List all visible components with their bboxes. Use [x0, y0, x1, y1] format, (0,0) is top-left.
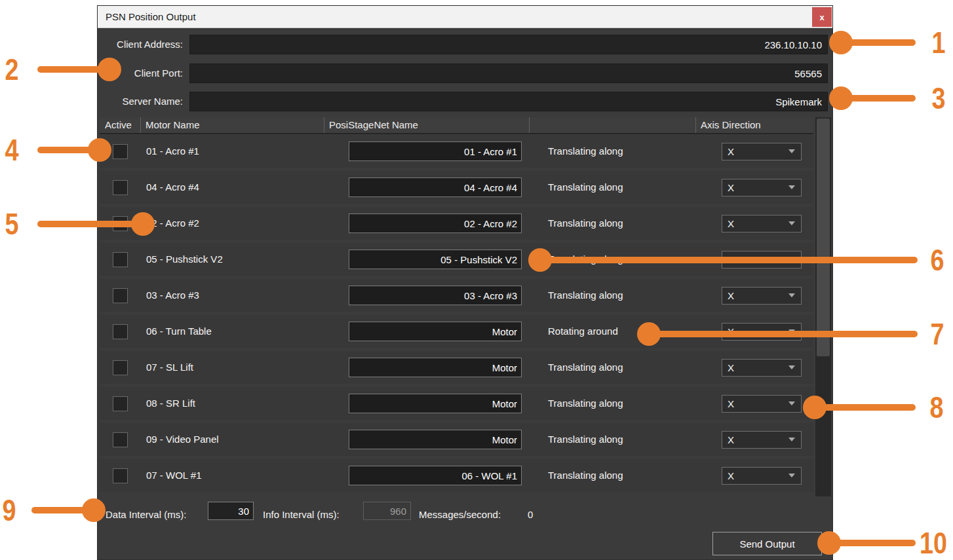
motion-type-label: Translating along: [548, 181, 623, 193]
vertical-scrollbar[interactable]: [815, 117, 831, 496]
axis-direction-select[interactable]: X: [722, 287, 802, 305]
axis-direction-select[interactable]: X: [722, 359, 802, 377]
active-checkbox[interactable]: [113, 288, 128, 303]
chevron-down-icon: [788, 149, 795, 153]
send-output-button[interactable]: Send Output: [712, 532, 822, 555]
info-interval-input[interactable]: [363, 502, 411, 520]
callout-1-dot: [829, 31, 853, 54]
motion-type-label: Rotating around: [548, 326, 618, 337]
callout-5-line: [37, 221, 143, 227]
chevron-down-icon: [788, 365, 795, 369]
motor-name-label: 04 - Acro #4: [146, 181, 199, 193]
motor-name-label: 01 - Acro #1: [146, 145, 199, 157]
active-checkbox[interactable]: [113, 432, 128, 447]
title-bar[interactable]: PSN Position Output x: [98, 6, 832, 28]
scrollbar-thumb[interactable]: [817, 119, 830, 356]
motion-type-label: Translating along: [548, 289, 623, 301]
axis-direction-value: X: [722, 182, 788, 193]
callout-3-number: 3: [932, 83, 946, 113]
axis-direction-select[interactable]: X: [722, 431, 802, 449]
callout-5-number: 5: [5, 209, 19, 239]
psn-name-input[interactable]: [349, 250, 522, 269]
client-address-input[interactable]: [189, 35, 828, 54]
callout-1-number: 1: [932, 28, 946, 58]
callout-9-number: 9: [3, 495, 16, 525]
table-row: 02 - Acro #2 Translating along X: [100, 207, 813, 240]
axis-direction-select[interactable]: X: [722, 179, 802, 196]
client-port-row: Client Port:: [98, 64, 832, 83]
active-checkbox[interactable]: [113, 324, 128, 339]
motion-type-label: Translating along: [548, 217, 623, 229]
axis-direction-value: X: [722, 146, 788, 157]
column-header-axis-direction: Axis Direction: [695, 117, 813, 133]
axis-direction-value: X: [722, 434, 788, 445]
table-row: 07 - WOL #1 Translating along X: [100, 459, 813, 492]
column-header-blank: [529, 117, 695, 133]
motion-type-label: Translating along: [548, 145, 623, 157]
motor-name-label: 09 - Video Panel: [146, 434, 219, 445]
psn-name-input[interactable]: [349, 466, 522, 485]
table-row: 01 - Acro #1 Translating along X: [100, 135, 813, 168]
psn-name-input[interactable]: [349, 141, 522, 161]
callout-8-line: [815, 404, 916, 411]
motion-type-label: Translating along: [548, 434, 623, 445]
callout-10-dot: [817, 531, 841, 555]
psn-name-input[interactable]: [349, 358, 522, 377]
axis-direction-select[interactable]: X: [722, 143, 802, 160]
chevron-down-icon: [788, 401, 795, 405]
axis-direction-value: X: [722, 398, 788, 409]
axis-direction-select[interactable]: X: [722, 467, 802, 485]
callout-4-number: 4: [5, 135, 19, 165]
messages-per-second-label: Messages/second:: [419, 506, 501, 524]
axis-direction-select[interactable]: X: [722, 215, 802, 233]
callout-3-dot: [829, 86, 853, 110]
active-checkbox[interactable]: [113, 360, 128, 375]
active-checkbox[interactable]: [113, 396, 128, 411]
active-checkbox[interactable]: [113, 468, 128, 483]
table-header: Active Motor Name PosiStageNet Name Axis…: [100, 117, 813, 134]
motor-name-label: 07 - WOL #1: [146, 470, 201, 481]
axis-direction-value: X: [722, 290, 788, 301]
table-row: 09 - Video Panel Translating along X: [100, 423, 813, 456]
data-interval-input[interactable]: [208, 502, 254, 520]
callout-10-line: [829, 540, 916, 546]
active-checkbox[interactable]: [113, 144, 128, 159]
psn-name-input[interactable]: [349, 177, 522, 197]
callout-7-dot: [637, 322, 661, 346]
table-row: 04 - Acro #4 Translating along X: [100, 171, 813, 204]
callout-10-number: 10: [920, 528, 947, 558]
callout-7-line: [649, 331, 918, 337]
callout-7-number: 7: [931, 319, 944, 349]
axis-direction-select[interactable]: X: [722, 395, 802, 413]
chevron-down-icon: [788, 438, 795, 441]
callout-6-number: 6: [931, 245, 944, 275]
active-checkbox[interactable]: [113, 252, 128, 267]
psn-name-input[interactable]: [349, 430, 522, 449]
column-header-active: Active: [100, 117, 140, 133]
callout-2-number: 2: [5, 54, 19, 84]
messages-per-second-value: 0: [528, 506, 533, 524]
motion-type-label: Translating along: [548, 470, 623, 481]
client-port-input[interactable]: [189, 64, 828, 83]
callout-6-line: [540, 257, 918, 263]
server-name-input[interactable]: [189, 92, 828, 111]
axis-direction-value: X: [722, 218, 788, 229]
psn-name-input[interactable]: [349, 214, 522, 233]
motion-type-label: Translating along: [548, 398, 623, 409]
active-checkbox[interactable]: [113, 180, 128, 195]
chevron-down-icon: [788, 293, 795, 297]
client-address-row: Client Address:: [98, 35, 832, 54]
psn-name-input[interactable]: [349, 322, 522, 341]
close-icon: x: [819, 12, 824, 22]
info-interval-label: Info Interval (ms):: [263, 506, 340, 524]
chevron-down-icon: [788, 185, 795, 189]
table-row: 08 - SR Lift Translating along X: [100, 387, 813, 420]
psn-name-input[interactable]: [349, 394, 522, 413]
chevron-down-icon: [788, 474, 795, 477]
motor-name-label: 06 - Turn Table: [146, 326, 212, 337]
data-interval-label: Data Interval (ms):: [106, 506, 186, 524]
psn-name-input[interactable]: [349, 286, 522, 305]
callout-6-dot: [528, 248, 552, 272]
chevron-down-icon: [788, 221, 795, 225]
close-button[interactable]: x: [812, 7, 832, 27]
